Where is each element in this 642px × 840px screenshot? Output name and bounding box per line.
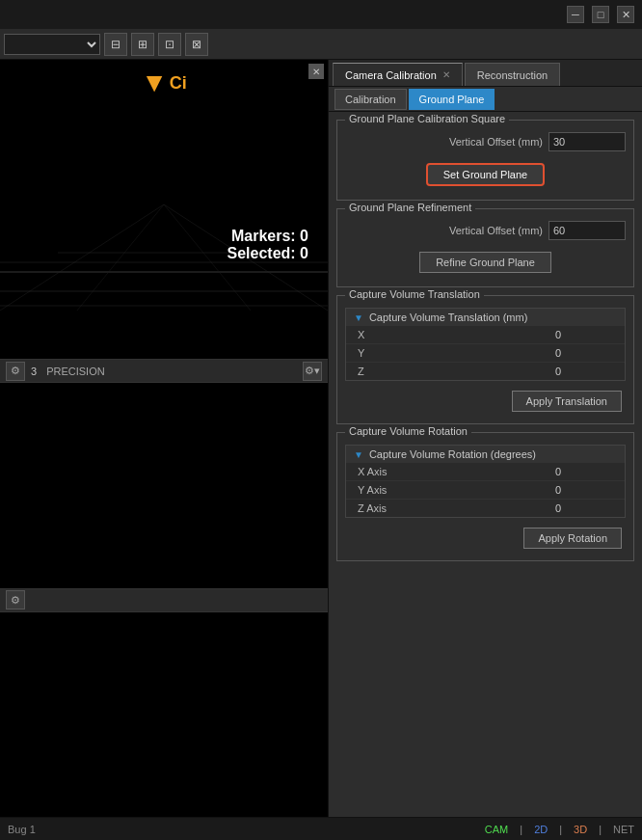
selected-count: Selected: 0: [227, 245, 308, 262]
rotation-sub-header[interactable]: ▼ Capture Volume Rotation (degrees): [346, 446, 625, 463]
status-3d: 3D: [574, 824, 587, 835]
translation-key-y: Y: [358, 347, 555, 359]
translation-key-x: X: [358, 329, 555, 340]
cam-panel-2: ⚙: [0, 588, 328, 818]
vertical-offset-row-1: Vertical Offset (mm): [345, 132, 626, 151]
apply-translation-button[interactable]: Apply Translation: [512, 391, 622, 412]
tab-reconstruction-label: Reconstruction: [477, 69, 548, 81]
right-panel: Camera Calibration ✕ Reconstruction Cali…: [328, 60, 642, 817]
title-bar: ─ □ ✕: [0, 0, 642, 29]
rotation-row-xaxis: X Axis 0: [346, 463, 625, 481]
toolbar-icon-4[interactable]: ⊠: [185, 33, 208, 56]
vertical-offset-input-2[interactable]: [548, 221, 626, 240]
refine-ground-plane-button[interactable]: Refine Ground Plane: [419, 252, 551, 273]
cam-panel-1-gear2[interactable]: ⚙▾: [303, 362, 322, 381]
cam-panel-1-gear[interactable]: ⚙: [6, 362, 25, 381]
sub-tab-ground-plane-label: Ground Plane: [419, 94, 485, 105]
rotation-key-zaxis: Z Axis: [358, 502, 555, 514]
sub-tab-ground-plane[interactable]: Ground Plane: [409, 89, 495, 110]
translation-row-x: X 0: [346, 326, 625, 344]
camera-view: ✕ ▼ Ci Markers: 0 Sel: [0, 60, 328, 359]
capture-volume-translation-title: Capture Volume Translation: [345, 288, 484, 300]
rotation-sub-section: ▼ Capture Volume Rotation (degrees) X Ax…: [345, 445, 626, 518]
close-button[interactable]: ✕: [617, 6, 634, 23]
translation-val-z: 0: [555, 366, 613, 377]
ground-plane-calibration-title: Ground Plane Calibration Square: [345, 113, 509, 124]
cam-panel-2-gear[interactable]: ⚙: [6, 590, 25, 610]
status-sep1: |: [520, 824, 522, 835]
rotation-data: X Axis 0 Y Axis 0 Z Axis 0: [346, 463, 625, 517]
cam-panel-1-num: 3: [31, 366, 37, 377]
bottom-cam-panels: ⚙ 3 PRECISION ⚙▾ ⚙: [0, 359, 328, 817]
rotation-val-zaxis: 0: [555, 502, 613, 514]
rotation-row-zaxis: Z Axis 0: [346, 500, 625, 517]
svg-line-7: [77, 204, 164, 311]
main-layout: ✕ ▼ Ci Markers: 0 Sel: [0, 60, 642, 817]
translation-sub-header[interactable]: ▼ Capture Volume Translation (mm): [346, 309, 625, 326]
svg-line-5: [0, 204, 164, 311]
ground-plane-refinement-title: Ground Plane Refinement: [345, 202, 475, 213]
markers-count: Markers: 0: [227, 228, 308, 245]
status-cam: CAM: [485, 824, 508, 835]
vertical-offset-input-1[interactable]: [548, 132, 626, 151]
ground-plane-calibration-section: Ground Plane Calibration Square Vertical…: [336, 120, 634, 201]
minimize-button[interactable]: ─: [567, 6, 584, 23]
vertical-offset-row-2: Vertical Offset (mm): [345, 221, 626, 240]
translation-sub-section: ▼ Capture Volume Translation (mm) X 0 Y …: [345, 308, 626, 381]
translation-row-z: Z 0: [346, 363, 625, 380]
rotation-val-xaxis: 0: [555, 466, 613, 477]
panel-content: Ground Plane Calibration Square Vertical…: [329, 112, 642, 817]
tab-label: Bug 1: [8, 824, 36, 835]
capture-volume-rotation-body: ▼ Capture Volume Rotation (degrees) X Ax…: [337, 433, 633, 560]
capture-volume-rotation-section: Capture Volume Rotation ▼ Capture Volume…: [336, 432, 634, 561]
rotation-key-xaxis: X Axis: [358, 466, 555, 477]
capture-volume-translation-section: Capture Volume Translation ▼ Capture Vol…: [336, 295, 634, 424]
sub-tab-calibration[interactable]: Calibration: [334, 89, 407, 110]
translation-btn-row: Apply Translation: [345, 387, 626, 416]
left-panel: ✕ ▼ Ci Markers: 0 Sel: [0, 60, 328, 817]
translation-val-y: 0: [555, 347, 613, 359]
cam-panel-1-body: [0, 383, 328, 588]
status-sep2: |: [559, 824, 562, 835]
cam-panel-1: ⚙ 3 PRECISION ⚙▾: [0, 359, 328, 588]
camera-view-lines: [0, 60, 328, 359]
translation-sub-header-label: Capture Volume Translation (mm): [369, 312, 527, 323]
toolbar: ⊟ ⊞ ⊡ ⊠: [0, 29, 642, 60]
status-bar: Bug 1 CAM | 2D | 3D | NET: [0, 817, 642, 840]
maximize-button[interactable]: □: [592, 6, 609, 23]
vertical-offset-label-2: Vertical Offset (mm): [345, 225, 543, 236]
rotation-sub-header-label: Capture Volume Rotation (degrees): [369, 448, 536, 460]
ground-plane-refinement-body: Vertical Offset (mm) Refine Ground Plane: [337, 209, 633, 286]
rotation-key-yaxis: Y Axis: [358, 484, 555, 496]
rotation-val-yaxis: 0: [555, 484, 613, 496]
translation-data: X 0 Y 0 Z 0: [346, 326, 625, 380]
toolbar-icon-2[interactable]: ⊞: [131, 33, 154, 56]
tab-bar: Camera Calibration ✕ Reconstruction: [329, 60, 642, 87]
tab-reconstruction[interactable]: Reconstruction: [465, 63, 560, 86]
markers-text: Markers: 0 Selected: 0: [227, 228, 308, 262]
camera-select[interactable]: [4, 34, 100, 55]
capture-volume-rotation-title: Capture Volume Rotation: [345, 425, 471, 437]
rotation-row-yaxis: Y Axis 0: [346, 481, 625, 500]
status-net: NET: [613, 824, 634, 835]
translation-key-z: Z: [358, 366, 555, 377]
cam-panel-2-body: [0, 612, 328, 818]
translation-val-x: 0: [555, 329, 613, 340]
rotation-btn-row: Apply Rotation: [345, 524, 626, 553]
ground-plane-refinement-section: Ground Plane Refinement Vertical Offset …: [336, 208, 634, 287]
toolbar-icon-3[interactable]: ⊡: [158, 33, 181, 56]
status-2d: 2D: [534, 824, 548, 835]
status-sep3: |: [599, 824, 602, 835]
sub-tab-calibration-label: Calibration: [345, 94, 396, 105]
tab-close-icon[interactable]: ✕: [442, 69, 450, 80]
apply-rotation-button[interactable]: Apply Rotation: [523, 528, 622, 549]
translation-row-y: Y 0: [346, 344, 625, 363]
cam-panel-1-header: ⚙ 3 PRECISION ⚙▾: [0, 360, 328, 383]
tab-camera-calibration-label: Camera Calibration: [345, 69, 437, 81]
tab-camera-calibration[interactable]: Camera Calibration ✕: [333, 63, 463, 86]
set-ground-plane-button[interactable]: Set Ground Plane: [426, 163, 545, 186]
toolbar-icon-1[interactable]: ⊟: [104, 33, 127, 56]
triangle-icon-rotation: ▼: [354, 449, 363, 460]
cam-panel-1-label: PRECISION: [46, 366, 105, 377]
sub-tab-bar: Calibration Ground Plane: [329, 87, 642, 112]
